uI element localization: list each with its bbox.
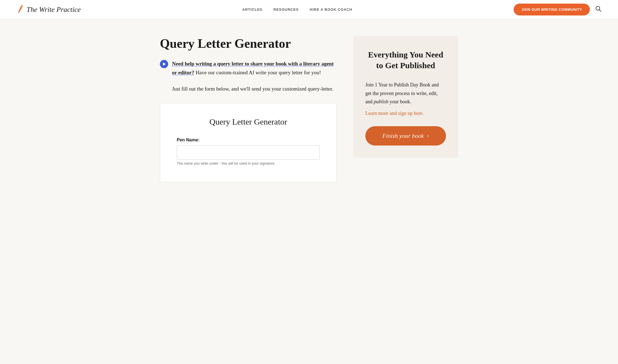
intro-block: Need help writing a query letter to shar… [160, 59, 337, 77]
pen-name-input[interactable] [177, 145, 320, 160]
sidebar-card: Everything You Need to Get Published Joi… [353, 36, 458, 158]
right-sidebar: Everything You Need to Get Published Joi… [353, 36, 458, 158]
nav-hire[interactable]: HIRE A BOOK COACH [310, 7, 352, 12]
pen-name-label: Pen Name: [177, 138, 320, 143]
search-button[interactable] [595, 6, 601, 13]
pen-name-hint: The name you write under - this will be … [177, 161, 320, 165]
sidebar-learn-more-link[interactable]: Learn more and sign up here. [365, 110, 446, 116]
page-title: Query Letter Generator [160, 36, 337, 51]
sidebar-body-text: Join 1 Year to Publish Day Book and get … [365, 81, 446, 106]
description-text: Just fill out the form below, and we'll … [172, 85, 337, 93]
site-header: The Write Practice ARTICLES RESOURCES HI… [0, 0, 618, 19]
left-content: Query Letter Generator Need help writing… [160, 36, 337, 182]
logo[interactable]: The Write Practice [17, 5, 81, 14]
sidebar-body-suffix: your book. [389, 99, 411, 104]
main-container: Query Letter Generator Need help writing… [143, 19, 475, 193]
pen-name-group: Pen Name: The name you write under - thi… [177, 138, 320, 165]
finish-btn-label: Finish your book [382, 132, 424, 139]
sidebar-title: Everything You Need to Get Published [365, 49, 446, 71]
nav-articles[interactable]: ARTICLES [242, 7, 262, 12]
intro-paragraph: Need help writing a query letter to shar… [172, 59, 337, 77]
svg-point-0 [596, 6, 600, 10]
main-nav: ARTICLES RESOURCES HIRE A BOOK COACH [242, 7, 352, 12]
pen-icon [15, 4, 25, 15]
finish-book-button[interactable]: Finish your book › [365, 126, 446, 146]
logo-text: The Write Practice [27, 6, 81, 14]
header-right: JOIN OUR WRITING COMMUNITY [514, 4, 601, 15]
form-card: Query Letter Generator Pen Name: The nam… [160, 103, 337, 182]
intro-rest: Have our custom-trained AI write your qu… [194, 70, 321, 75]
finish-btn-arrow: › [427, 133, 429, 139]
sidebar-body-italic: publish [374, 99, 389, 104]
nav-resources[interactable]: RESOURCES [273, 7, 299, 12]
form-card-title: Query Letter Generator [177, 117, 320, 126]
join-community-button[interactable]: JOIN OUR WRITING COMMUNITY [514, 4, 590, 15]
play-icon-button[interactable] [160, 60, 168, 68]
svg-line-1 [599, 10, 601, 12]
